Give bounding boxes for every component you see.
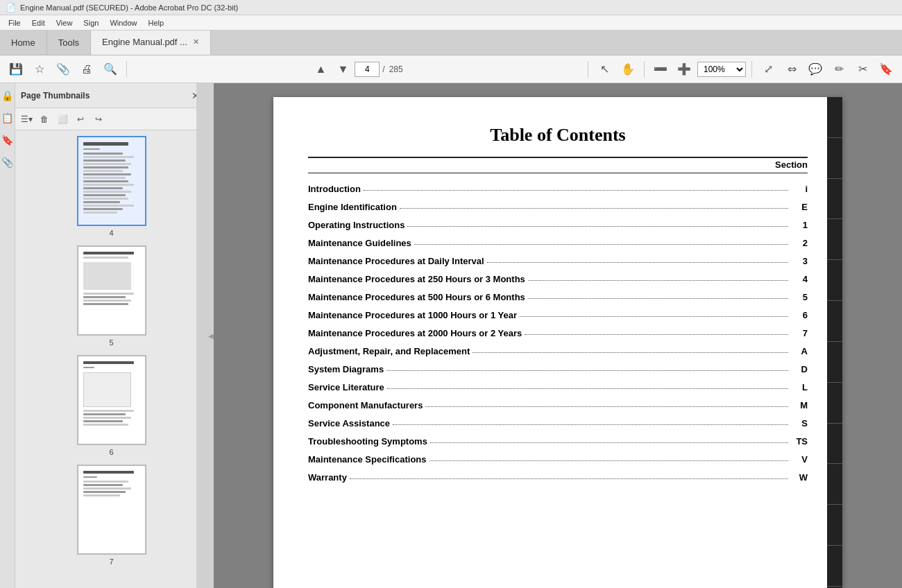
toc-row: Operating Instructions1 <box>308 219 808 230</box>
toc-title: Table of Contents <box>308 125 808 146</box>
zoom-out-button[interactable]: ➖ <box>650 60 671 79</box>
thumb-undo-button[interactable]: ↩ <box>72 111 89 128</box>
tab-document[interactable]: Engine Manual.pdf ... ✕ <box>91 31 211 55</box>
print-button[interactable]: 🖨 <box>76 60 97 79</box>
toc-row: WarrantyW <box>308 472 808 483</box>
bookmark-button[interactable]: ☆ <box>29 60 50 79</box>
find-button[interactable]: 🔍 <box>100 60 121 79</box>
menu-help[interactable]: Help <box>143 17 170 28</box>
select-tool-button[interactable]: ↖ <box>594 60 615 79</box>
hand-tool-button[interactable]: ✋ <box>618 60 638 79</box>
toc-entry-dots <box>528 290 788 299</box>
thumb-extract-button[interactable]: ⬜ <box>54 111 71 128</box>
layers-icon-button[interactable]: 📋 <box>1 108 15 128</box>
toc-row: Introductioni <box>308 183 808 194</box>
thumb-redo-button[interactable]: ↪ <box>90 111 107 128</box>
thumbnail-label-6: 6 <box>109 448 113 456</box>
thumbnail-label-7: 7 <box>109 557 113 566</box>
menu-view[interactable]: View <box>51 17 78 28</box>
toc-line-top <box>308 157 808 158</box>
toc-section-number: V <box>791 454 808 465</box>
toc-section-number: 4 <box>791 274 808 284</box>
thumbnail-page-7[interactable]: 7 <box>77 465 146 566</box>
fit-width-button[interactable]: ⇔ <box>781 60 802 79</box>
stamp-button[interactable]: 🔖 <box>876 60 896 79</box>
index-tab-1 <box>827 179 842 220</box>
toc-section-number: i <box>791 184 808 194</box>
title-bar: 📄 Engine Manual.pdf (SECURED) - Adobe Ac… <box>0 0 902 15</box>
toc-section-number: D <box>791 364 808 374</box>
tab-close-button[interactable]: ✕ <box>193 37 199 46</box>
left-panel: 🔒 📋 🔖 📎 Page Thumbnails ✕ ☰▾ 🗑 ⬜ ↩ ↪ <box>0 83 208 588</box>
toc-entry-dots <box>430 434 788 443</box>
thumbnails-list: 4 5 <box>15 130 207 588</box>
menu-file[interactable]: File <box>3 17 26 28</box>
toc-section-number: A <box>791 346 808 356</box>
toc-row: Adjustment, Repair, and ReplacementA <box>308 345 808 356</box>
thumbnail-image-7 <box>77 465 146 555</box>
markup-button[interactable]: ✂ <box>852 60 873 79</box>
thumbnail-label-4: 4 <box>109 229 113 237</box>
thumbnail-page-6[interactable]: 6 <box>77 355 146 456</box>
toc-entry-name: System Diagrams <box>308 364 384 374</box>
bookmarks-icon-button[interactable]: 🔖 <box>1 130 15 150</box>
thumb-menu-button[interactable]: ☰▾ <box>18 111 35 128</box>
toc-section-number: L <box>791 382 808 392</box>
zoom-select[interactable]: 50% 75% 100% 125% 150% 200% <box>697 62 746 77</box>
toolbar: 💾 ☆ 📎 🖨 🔍 ▲ ▼ / 285 ↖ ✋ ➖ ➕ 50% 75% 100%… <box>0 55 902 83</box>
prev-page-button[interactable]: ▲ <box>310 60 331 79</box>
toc-entry-name: Adjustment, Repair, and Replacement <box>308 346 470 356</box>
attach-button[interactable]: 📎 <box>53 60 74 79</box>
toc-section-number: 2 <box>791 238 808 248</box>
toc-entry-name: Maintenance Procedures at 1000 Hours or … <box>308 310 517 320</box>
panel-scrollbar[interactable] <box>196 83 207 588</box>
toc-section-header: Section <box>308 159 808 170</box>
toc-entry-name: Component Manufacturers <box>308 400 423 410</box>
toc-entry-dots <box>528 272 788 281</box>
toc-entry-name: Maintenance Procedures at 500 Hours or 6… <box>308 292 525 302</box>
fit-page-button[interactable]: ⤢ <box>758 60 778 79</box>
tab-tools[interactable]: Tools <box>47 31 91 55</box>
thumb-delete-button[interactable]: 🗑 <box>36 111 53 128</box>
thumbnail-image-4 <box>77 136 146 226</box>
thumbnail-page-5[interactable]: 5 <box>77 245 146 347</box>
toc-entry-dots <box>407 218 788 227</box>
separator-2 <box>588 61 588 78</box>
toc-section-number: 7 <box>791 328 808 338</box>
toc-entry-dots <box>400 200 788 209</box>
tab-home[interactable]: Home <box>0 31 47 55</box>
toc-section-number: 1 <box>791 220 808 230</box>
toc-row: Service LiteratureL <box>308 381 808 392</box>
thumbnail-image-5 <box>77 245 146 336</box>
toc-row: Maintenance Guidelines2 <box>308 237 808 248</box>
index-tab-d <box>827 505 842 546</box>
toc-entry-dots <box>393 416 788 425</box>
resize-handle[interactable]: ◀ <box>208 83 214 588</box>
nav-controls: ▲ ▼ / 285 <box>310 60 404 79</box>
toc-section-number: TS <box>791 436 808 447</box>
menu-edit[interactable]: Edit <box>26 17 51 28</box>
toc-row: Maintenance Procedures at 2000 Hours or … <box>308 327 808 338</box>
highlight-button[interactable]: ✏ <box>828 60 849 79</box>
comment-button[interactable]: 💬 <box>805 60 826 79</box>
thumbnails-title: Page Thumbnails <box>21 91 90 101</box>
zoom-in-button[interactable]: ➕ <box>674 60 695 79</box>
toc-section-number: M <box>791 400 808 410</box>
toc-entry-name: Operating Instructions <box>308 220 405 230</box>
index-tab-4 <box>827 301 842 342</box>
page-number-input[interactable] <box>355 62 380 77</box>
save-button[interactable]: 💾 <box>6 60 26 79</box>
next-page-button[interactable]: ▼ <box>332 60 353 79</box>
toc-entry-name: Warranty <box>308 472 347 483</box>
toc-entry-dots <box>487 254 788 263</box>
toc-entry-dots <box>425 398 788 407</box>
menu-sign[interactable]: Sign <box>78 17 104 28</box>
separator-4 <box>751 61 752 78</box>
menu-window[interactable]: Window <box>104 17 142 28</box>
lock-icon-button[interactable]: 🔒 <box>1 86 15 105</box>
attach-icon-button[interactable]: 📎 <box>1 153 15 172</box>
toc-entry-name: Engine Identification <box>308 202 397 212</box>
thumbnails-header: Page Thumbnails ✕ <box>15 83 207 108</box>
pdf-area[interactable]: Table of Contents Section IntroductioniE… <box>214 83 902 588</box>
thumbnail-page-4[interactable]: 4 <box>77 136 146 237</box>
